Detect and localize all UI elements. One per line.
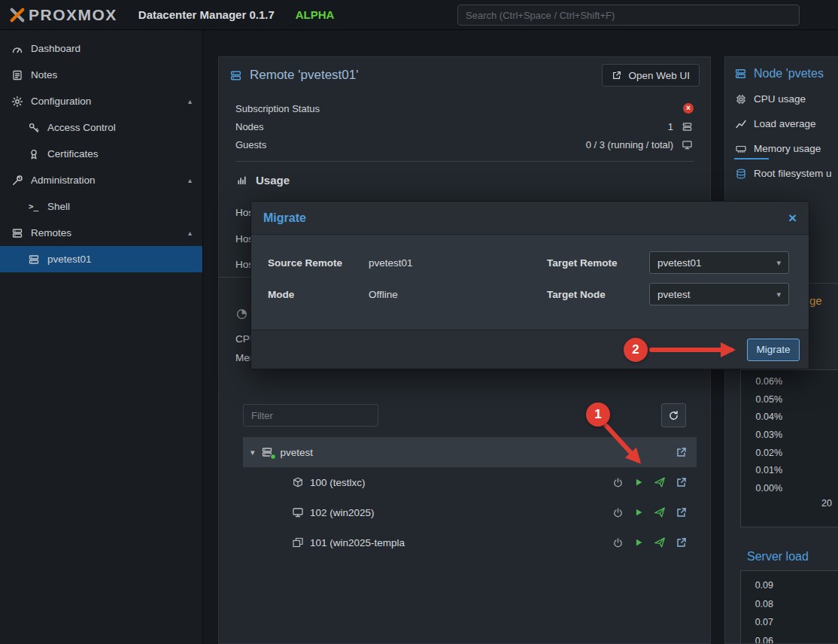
divider [235, 161, 694, 162]
guest-name: 102 (win2025) [310, 507, 375, 518]
remote-icon [229, 68, 242, 83]
subscription-status-row: Subscription Status × [235, 99, 694, 117]
node-panel-item-label: CPU usage [754, 93, 806, 105]
proxmox-x-icon [9, 7, 26, 23]
filter-input[interactable] [243, 404, 378, 427]
target-node-label: Target Node [547, 289, 649, 300]
nodes-row: Nodes 1 [235, 117, 694, 135]
pie-chart-icon [235, 308, 248, 320]
nodes-value: 1 [668, 121, 673, 132]
migrate-button[interactable]: Migrate [747, 339, 800, 361]
close-icon[interactable]: × [788, 211, 797, 225]
y-tick: 0.08 [755, 599, 773, 609]
gears-icon [11, 96, 23, 108]
sidebar-item-label: pvetest01 [47, 254, 92, 265]
sidebar-item-pvetest01[interactable]: pvetest01 [0, 246, 202, 272]
chart-y-axis: 0.09 0.08 0.07 0.06 [740, 580, 773, 644]
chevron-down-icon: ▾ [776, 290, 781, 299]
external-link-icon[interactable] [676, 476, 688, 488]
refresh-button[interactable] [661, 403, 686, 427]
search-input[interactable] [457, 5, 800, 26]
y-tick: 0.02% [756, 448, 782, 458]
sidebar-item-certificates[interactable]: Certificates [0, 141, 202, 167]
guest-tree: ▾ pvetest 100 (testlxc) [243, 437, 697, 557]
sidebar-item-label: Certificates [47, 148, 99, 159]
node-panel-title-text: Node 'pvetes [754, 67, 824, 80]
external-link-icon[interactable] [676, 506, 688, 518]
sidebar-item-label: Remotes [31, 227, 71, 238]
sidebar-item-access-control[interactable]: Access Control [0, 114, 202, 141]
brand-wordmark: PROXMOX [29, 6, 117, 24]
sidebar-item-remotes[interactable]: Remotes ▴ [0, 220, 202, 246]
step-1-number: 1 [594, 407, 601, 422]
migrate-icon[interactable] [654, 536, 666, 548]
chevron-down-icon[interactable]: ▾ [250, 448, 255, 457]
sidebar-item-label: Configuration [31, 96, 91, 107]
target-remote-label: Target Remote [547, 257, 649, 269]
tree-row-node-pvetest[interactable]: ▾ pvetest [243, 437, 697, 467]
migrate-icon[interactable] [654, 506, 666, 518]
x-tick: 20 [821, 498, 832, 509]
sidebar-item-administration[interactable]: Administration ▴ [0, 167, 202, 193]
memory-icon [734, 143, 747, 155]
external-link-icon[interactable] [676, 536, 688, 548]
sidebar-item-label: Shell [47, 201, 70, 212]
certificate-icon [27, 148, 40, 160]
target-remote-select[interactable]: pvetest01 ▾ [649, 251, 789, 274]
tree-row-guest-102[interactable]: 102 (win2025) [243, 497, 697, 527]
start-icon[interactable] [633, 507, 644, 518]
sidebar-item-notes[interactable]: Notes [0, 62, 202, 88]
source-remote-label: Source Remote [268, 257, 369, 269]
page-title: Remote 'pvetest01' [250, 68, 358, 83]
open-web-ui-button[interactable]: Open Web UI [602, 64, 700, 87]
node-panel-item-load-average[interactable]: Load average [725, 111, 838, 136]
line-chart-icon [734, 118, 747, 130]
target-node-value: pvetest [657, 289, 691, 300]
alpha-badge: ALPHA [296, 8, 335, 21]
key-icon [27, 122, 40, 134]
migrate-dialog-footer: Migrate [251, 330, 809, 369]
vm-monitor-icon [291, 506, 304, 518]
sidebar-item-configuration[interactable]: Configuration ▴ [0, 88, 202, 114]
remote-panel-header: Remote 'pvetest01' Open Web UI [219, 57, 710, 93]
error-icon: × [683, 103, 694, 114]
node-icon [734, 67, 747, 80]
step-2-number: 2 [632, 342, 639, 357]
subscription-status-label: Subscription Status [235, 103, 320, 114]
target-node-select[interactable]: pvetest ▾ [649, 283, 789, 305]
lxc-container-icon [291, 476, 304, 488]
external-link-icon[interactable] [676, 446, 688, 458]
tree-row-guest-100[interactable]: 100 (testlxc) [243, 467, 697, 497]
power-icon[interactable] [612, 537, 624, 548]
node-panel-item-root-filesystem[interactable]: Root filesystem u [725, 161, 838, 186]
sidebar-item-label: Administration [31, 175, 96, 186]
sidebar: Dashboard Notes Configuration ▴ Access C… [0, 30, 203, 644]
dialog-row: Mode Offline Target Node pvetest ▾ [268, 278, 792, 310]
sidebar-item-shell[interactable]: >_ Shell [0, 193, 202, 220]
mode-value: Offline [369, 289, 547, 300]
guests-value: 0 / 3 (running / total) [586, 139, 673, 150]
start-icon[interactable] [633, 477, 644, 488]
server-icon [11, 227, 23, 239]
usage-section-header: Usage [219, 169, 710, 191]
chevron-up-icon: ▴ [188, 229, 192, 237]
server-icon [681, 121, 694, 132]
sidebar-item-dashboard[interactable]: Dashboard [0, 35, 202, 62]
y-tick: 0.00% [756, 483, 782, 494]
server-icon [27, 254, 40, 266]
node-panel-item-memory-usage[interactable]: Memory usage [725, 136, 838, 161]
app-title: Datacenter Manager 0.1.7 [138, 8, 275, 21]
power-icon[interactable] [612, 507, 624, 518]
y-tick: 0.06 [755, 636, 773, 644]
tree-row-guest-101[interactable]: 101 (win2025-templa [243, 527, 697, 557]
external-link-icon [612, 70, 622, 80]
node-panel-item-cpu-usage[interactable]: CPU usage [725, 87, 838, 111]
y-tick: 0.01% [756, 465, 782, 475]
chevron-down-icon: ▾ [776, 258, 781, 268]
selected-indicator [734, 158, 769, 159]
power-icon[interactable] [612, 477, 624, 488]
migrate-icon[interactable] [654, 476, 666, 488]
start-icon[interactable] [633, 537, 644, 548]
chevron-up-icon: ▴ [188, 97, 192, 105]
topbar: PROXMOX Datacenter Manager 0.1.7 ALPHA [0, 0, 838, 30]
